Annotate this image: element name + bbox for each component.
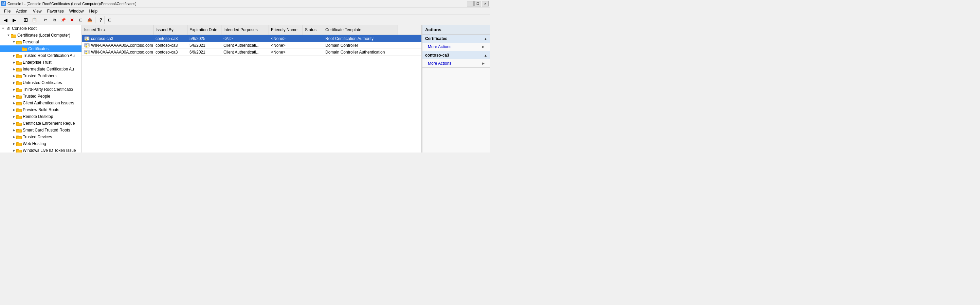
folder-icon-personal	[16, 40, 22, 44]
col-header-template[interactable]: Certificate Template	[323, 25, 398, 35]
actions-section-header-section-contoso[interactable]: contoso-ca3▲	[422, 51, 490, 59]
export-list-button[interactable]: 📤	[86, 16, 94, 24]
list-pane[interactable]: Issued To ▲ Issued By Expiration Date In…	[82, 25, 422, 153]
tree-expander-trusted-root[interactable]: ▶	[11, 53, 16, 58]
tree-label-smart-card: Smart Card Trusted Roots	[23, 128, 70, 133]
list-row[interactable]: WIN-0AAAAAAA00A.contoso.comcontoso-ca36/…	[82, 49, 422, 55]
back-button[interactable]: ◀	[2, 16, 10, 24]
menu-item-help[interactable]: Help	[87, 8, 100, 14]
tree-expander-web-hosting[interactable]: ▶	[11, 141, 16, 146]
tree-node-intermediate-cert[interactable]: ▶Intermediate Certification Au	[0, 66, 81, 73]
tree-node-remote-desktop[interactable]: ▶Remote Desktop	[0, 113, 81, 120]
col-header-status[interactable]: Status	[303, 25, 323, 35]
restore-button[interactable]: ☐	[474, 1, 481, 6]
tree-expander-cert-enrollment[interactable]: ▶	[11, 121, 16, 126]
folder-icon-smart-card	[16, 128, 22, 133]
tree-node-enterprise-trust[interactable]: ▶Enterprise Trust	[0, 59, 81, 66]
svg-rect-8	[22, 49, 27, 51]
svg-rect-32	[17, 103, 21, 105]
col-label-exp-date: Expiration Date	[189, 27, 217, 32]
col-header-exp-date[interactable]: Expiration Date	[188, 25, 221, 35]
tree-expander-preview-build[interactable]: ▶	[11, 107, 16, 112]
tree-expander-trusted-publishers[interactable]: ▶	[11, 74, 16, 78]
cut-button[interactable]: ✂	[41, 16, 49, 24]
svg-rect-22	[16, 81, 19, 82]
close-button[interactable]: ✕	[482, 1, 488, 6]
tree-node-certs-local[interactable]: ▼Certificates (Local Computer)	[0, 32, 81, 39]
svg-point-64	[86, 51, 87, 52]
tree-expander-third-party-root[interactable]: ▶	[11, 87, 16, 92]
tree-label-console-root: Console Root	[12, 26, 37, 31]
actions-item-more-actions-1[interactable]: More Actions▶	[422, 43, 490, 51]
actions-item-more-actions-2[interactable]: More Actions▶	[422, 59, 490, 68]
col-label-issued-to: Issued To	[84, 27, 102, 32]
svg-rect-35	[17, 109, 21, 112]
tree-label-cert-enrollment: Certificate Enrollment Reque	[23, 121, 75, 126]
tree-expander-enterprise-trust[interactable]: ▶	[11, 60, 16, 65]
tree-pane[interactable]: ▼🖥Console Root▼Certificates (Local Compu…	[0, 25, 82, 153]
tree-node-preview-build[interactable]: ▶Preview Build Roots	[0, 106, 81, 113]
paste-button[interactable]: 📌	[59, 16, 67, 24]
tree-node-client-auth[interactable]: ▶Client Authentication Issuers	[0, 100, 81, 106]
tree-expander-remote-desktop[interactable]: ▶	[11, 114, 16, 119]
tree-node-smart-card[interactable]: ▶Smart Card Trusted Roots	[0, 127, 81, 134]
tree-expander-intermediate-cert[interactable]: ▶	[11, 67, 16, 71]
tree-node-cert-enrollment[interactable]: ▶Certificate Enrollment Reque	[0, 120, 81, 127]
col-header-friendly[interactable]: Friendly Name	[269, 25, 303, 35]
tree-node-console-root[interactable]: ▼🖥Console Root	[0, 25, 81, 32]
tree-expander-certs-local[interactable]: ▼	[6, 33, 11, 38]
delete-button[interactable]: ✕	[68, 16, 76, 24]
menu-item-action[interactable]: Action	[13, 8, 30, 14]
svg-point-60	[86, 44, 87, 45]
cell-friendly: <None>	[269, 36, 303, 42]
list-row[interactable]: contoso-ca3contoso-ca35/6/2025<All><None…	[82, 35, 422, 42]
tree-node-windows-live[interactable]: ▶Windows Live ID Token Issue	[0, 147, 81, 153]
tree-expander-trusted-people[interactable]: ▶	[11, 94, 16, 99]
tree-node-trusted-devices[interactable]: ▶Trusted Devices	[0, 134, 81, 140]
cell-purposes: <All>	[221, 36, 269, 42]
tree-expander-personal-certs[interactable]	[17, 46, 22, 51]
help-button[interactable]: ?	[97, 16, 105, 24]
menu-item-window[interactable]: Window	[67, 8, 87, 14]
tree-label-windows-live: Windows Live ID Token Issue	[23, 148, 76, 153]
menu-item-favorites[interactable]: Favorites	[45, 8, 67, 14]
actions-section-header-section-certs[interactable]: Certificates▲	[422, 35, 490, 43]
list-row[interactable]: WIN-0AAAAAAA00A.contoso.comcontoso-ca35/…	[82, 42, 422, 49]
tree-node-trusted-people[interactable]: ▶Trusted People	[0, 93, 81, 100]
console-button[interactable]: 📋	[30, 16, 38, 24]
extra-button[interactable]: ⊟	[106, 16, 114, 24]
tree-node-personal[interactable]: ▼Personal	[0, 39, 81, 46]
tree-expander-untrusted-certs[interactable]: ▶	[11, 80, 16, 85]
col-header-issued-to[interactable]: Issued To ▲	[82, 25, 153, 35]
actions-item-label-more-actions-2: More Actions	[428, 61, 451, 66]
tree-label-personal: Personal	[23, 40, 39, 44]
tree-node-untrusted-certs[interactable]: ▶Untrusted Certificates	[0, 79, 81, 86]
tree-expander-console-root[interactable]: ▼	[1, 26, 5, 31]
svg-point-56	[86, 37, 87, 38]
cell-exp-date: 5/6/2021	[188, 43, 221, 49]
col-header-purposes[interactable]: Intended Purposes	[221, 25, 269, 35]
tree-node-personal-certs[interactable]: Certificates	[0, 46, 81, 52]
properties-button[interactable]: ⊡	[77, 16, 85, 24]
tree-expander-smart-card[interactable]: ▶	[11, 128, 16, 133]
cert-icon	[84, 43, 90, 48]
tree-expander-client-auth[interactable]: ▶	[11, 101, 16, 105]
tree-node-trusted-root[interactable]: ▶Trusted Root Certification Au	[0, 52, 81, 59]
copy-button[interactable]: ⧉	[50, 16, 59, 24]
svg-rect-49	[16, 142, 19, 143]
tree-expander-trusted-devices[interactable]: ▶	[11, 134, 16, 139]
tree-expander-personal[interactable]: ▼	[11, 40, 16, 44]
show-hide-console-button[interactable]: ⊞	[21, 16, 30, 24]
menu-item-file[interactable]: File	[2, 8, 13, 14]
forward-button[interactable]: ▶	[10, 16, 18, 24]
tree-expander-windows-live[interactable]: ▶	[11, 148, 16, 153]
col-header-issued-by[interactable]: Issued By	[153, 25, 188, 35]
minimize-button[interactable]: ─	[467, 1, 474, 6]
svg-rect-13	[16, 61, 19, 62]
menu-item-view[interactable]: View	[30, 8, 45, 14]
actions-header: Actions	[422, 25, 490, 35]
tree-node-web-hosting[interactable]: ▶Web Hosting	[0, 140, 81, 147]
folder-icon-certs-local	[11, 33, 16, 38]
tree-node-third-party-root[interactable]: ▶Third-Party Root Certificatio	[0, 86, 81, 93]
tree-node-trusted-publishers[interactable]: ▶Trusted Publishers	[0, 73, 81, 79]
